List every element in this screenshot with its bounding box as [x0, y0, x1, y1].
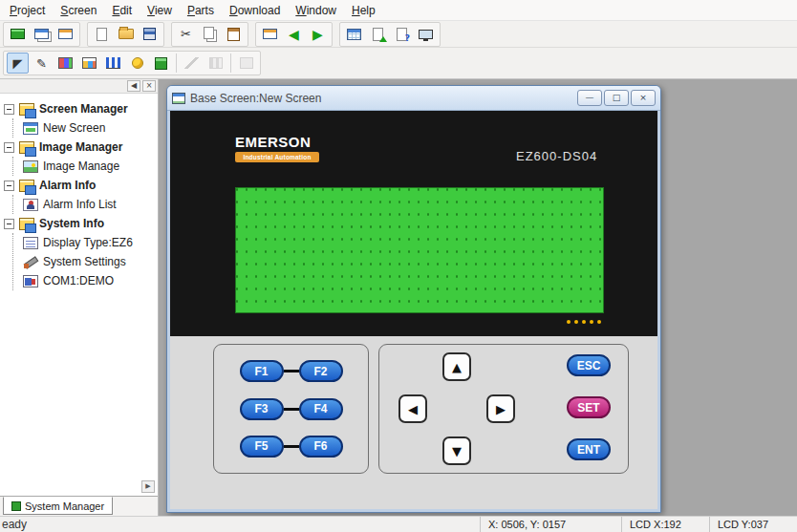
help-topics-button[interactable]: ?: [391, 24, 413, 45]
system-manager-panel: ◀ × Screen Manager New Screen: [0, 79, 159, 516]
screens-stack-icon: [34, 29, 49, 39]
key-arrow-left[interactable]: ◀: [398, 394, 427, 423]
image-manager-icon: [19, 141, 34, 154]
screen-manager-icon: [19, 103, 34, 116]
alarm-info-icon: [19, 180, 34, 192]
line-tool-button[interactable]: [181, 53, 203, 74]
collapse-toggle-icon[interactable]: [4, 181, 14, 191]
panel-close-button[interactable]: ×: [142, 80, 156, 92]
paste-button[interactable]: [223, 24, 245, 45]
download-to-device-button[interactable]: [415, 24, 437, 45]
open-project-button[interactable]: [115, 24, 137, 45]
copy-button[interactable]: [199, 24, 221, 45]
tree-children: Image Manage: [12, 157, 158, 176]
draw-tool-button[interactable]: ✎: [31, 53, 53, 74]
collapse-toggle-icon[interactable]: [4, 142, 14, 153]
copy-screen-button[interactable]: [31, 24, 53, 45]
tree-scroll-right-button[interactable]: ▶: [141, 480, 155, 493]
menu-help[interactable]: Help: [344, 1, 383, 20]
maximize-button[interactable]: □: [604, 90, 629, 106]
key-f5[interactable]: F5: [240, 436, 284, 458]
com-port-icon: [23, 275, 38, 287]
key-f6[interactable]: F6: [299, 436, 343, 458]
close-button[interactable]: ×: [631, 90, 656, 106]
previous-screen-button[interactable]: ◀: [283, 24, 305, 45]
tree-item-com1-demo[interactable]: COM1:DEMO: [23, 271, 158, 290]
key-esc[interactable]: ESC: [567, 354, 611, 376]
key-connector: [284, 408, 299, 411]
key-ent[interactable]: ENT: [567, 438, 611, 460]
tree-children: New Screen: [12, 118, 158, 138]
status-cursor-position: X: 0506, Y: 0157: [480, 517, 621, 532]
key-arrow-right[interactable]: ▶: [486, 394, 515, 423]
collapse-toggle-icon[interactable]: [4, 219, 14, 229]
key-arrow-up[interactable]: ▲: [442, 352, 471, 381]
lcd-screen[interactable]: [235, 187, 604, 313]
toolbar-group-tools: ◤ ✎: [3, 51, 261, 75]
toolbar-separator: [230, 53, 231, 73]
system-manager-tab-icon: [11, 501, 21, 511]
key-f1[interactable]: F1: [240, 360, 284, 382]
document-title: Base Screen:New Screen: [190, 92, 577, 105]
panel-header: ◀ ×: [0, 79, 158, 94]
document-title-bar[interactable]: Base Screen:New Screen — □ ×: [167, 86, 660, 111]
grid-window-icon: [347, 29, 361, 40]
key-f3[interactable]: F3: [240, 398, 284, 420]
tree-item-image-manage[interactable]: Image Manage: [23, 157, 158, 176]
parts-table-button[interactable]: [54, 53, 76, 74]
panel-collapse-button[interactable]: ◀: [127, 80, 140, 92]
bar-graph-button[interactable]: [102, 53, 124, 74]
tree-item-display-type[interactable]: Display Type:EZ6: [23, 233, 158, 252]
menu-edit[interactable]: Edit: [104, 1, 140, 20]
cut-button[interactable]: ✂: [175, 24, 197, 45]
open-screen-button[interactable]: [259, 24, 281, 45]
tree-item-system-settings[interactable]: System Settings: [23, 252, 158, 271]
collapse-toggle-icon[interactable]: [4, 104, 14, 115]
tree-item-screen-manager[interactable]: Screen Manager: [4, 99, 158, 118]
tree-label: Display Type:EZ6: [43, 236, 133, 249]
trend-graph-button[interactable]: [205, 53, 226, 74]
tree-label: System Settings: [43, 255, 126, 268]
save-project-button[interactable]: [139, 24, 161, 45]
tab-system-manager[interactable]: System Manager: [3, 497, 113, 515]
tree-item-new-screen[interactable]: New Screen: [23, 118, 158, 138]
screen-list-button[interactable]: [54, 24, 76, 45]
lamp-part-button[interactable]: [126, 53, 148, 74]
menu-bar: Project Screen Edit View Parts Download …: [0, 0, 797, 21]
key-f2[interactable]: F2: [299, 360, 343, 382]
key-arrow-down[interactable]: ▼: [442, 436, 471, 465]
toolbar-separator: [176, 53, 177, 73]
base-screen-window[interactable]: Base Screen:New Screen — □ × EMERSON Ind…: [166, 85, 661, 513]
device-model-label: EZ600-DS04: [516, 149, 597, 163]
menu-screen[interactable]: Screen: [53, 1, 104, 20]
tree-item-alarm-info-list[interactable]: Alarm Info List: [23, 195, 158, 214]
menu-view[interactable]: View: [140, 1, 180, 20]
minimize-button[interactable]: —: [577, 90, 602, 106]
tree-item-alarm-info[interactable]: Alarm Info: [4, 176, 158, 195]
bitmap-part-button[interactable]: [150, 53, 172, 74]
text-tool-button[interactable]: [235, 53, 257, 74]
select-pointer-button[interactable]: ◤: [7, 53, 29, 74]
upload-button[interactable]: [367, 24, 389, 45]
key-set[interactable]: SET: [567, 396, 611, 418]
next-screen-button[interactable]: ▶: [307, 24, 329, 45]
menu-window[interactable]: Window: [288, 1, 344, 20]
menu-download[interactable]: Download: [222, 1, 288, 20]
indicator-dot: [567, 320, 571, 324]
indicator-dot: [582, 320, 586, 324]
new-base-screen-button[interactable]: [7, 24, 29, 45]
menu-project[interactable]: Project: [2, 1, 53, 20]
tree-item-system-info[interactable]: System Info: [4, 214, 158, 233]
toolbar-parts: ◤ ✎: [0, 48, 797, 79]
new-project-button[interactable]: [91, 24, 113, 45]
new-screen-icon: [23, 122, 38, 135]
grid-view-button[interactable]: [343, 24, 365, 45]
fkey-row: F5 F6: [240, 436, 343, 458]
menu-parts[interactable]: Parts: [180, 1, 222, 20]
screen-editor-canvas[interactable]: EMERSON Industrial Automation EZ600-DS04: [170, 111, 657, 509]
data-table-button[interactable]: [78, 53, 100, 74]
key-f4[interactable]: F4: [299, 398, 343, 420]
fkey-row: F3 F4: [240, 398, 343, 420]
display-type-icon: [23, 237, 38, 249]
tree-item-image-manager[interactable]: Image Manager: [4, 138, 158, 157]
